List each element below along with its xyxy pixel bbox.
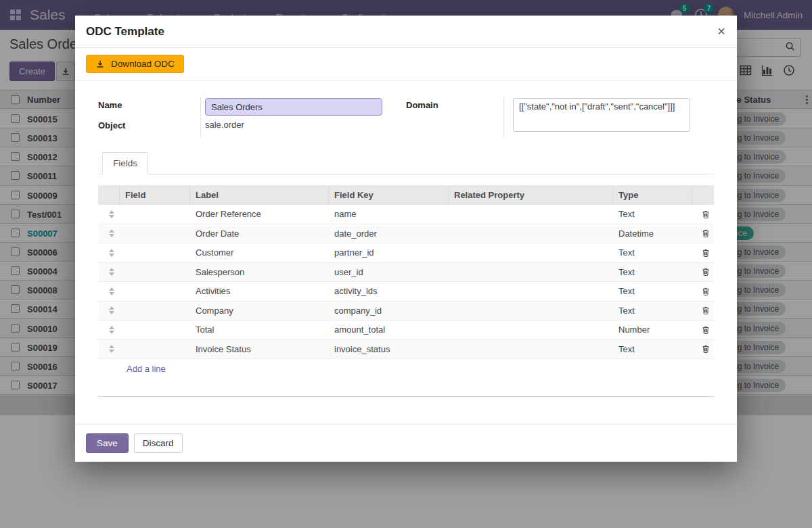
type-cell[interactable]: Text (613, 209, 692, 219)
label-cell[interactable]: Company (190, 306, 329, 316)
drag-handle-icon[interactable] (98, 210, 120, 218)
drag-handle-icon[interactable] (98, 249, 120, 257)
sheet-divider (98, 396, 714, 397)
dialog-footer: Save Discard (75, 424, 737, 462)
type-cell[interactable]: Number (613, 325, 692, 335)
label-cell[interactable]: Order Date (190, 229, 329, 239)
field-key-cell[interactable]: date_order (329, 229, 449, 239)
drag-handle-icon[interactable] (98, 287, 120, 295)
domain-label: Domain (406, 97, 503, 137)
field-row[interactable]: Order Date date_order Datetime (98, 224, 714, 244)
field-row[interactable]: Total amount_total Number (98, 320, 714, 340)
related-property-column-header[interactable]: Related Property (449, 185, 613, 205)
add-a-line-link[interactable]: Add a line (120, 364, 329, 374)
delete-row-icon[interactable] (692, 325, 714, 335)
notebook-tabs: Fields (98, 152, 714, 174)
field-key-cell[interactable]: amount_total (329, 325, 449, 335)
field-key-column-header[interactable]: Field Key (329, 185, 449, 205)
field-row[interactable]: Salesperson user_id Text (98, 263, 714, 283)
drag-handle-icon[interactable] (98, 345, 120, 353)
field-key-cell[interactable]: partner_id (329, 247, 449, 258)
delete-row-icon[interactable] (692, 306, 714, 315)
tab-fields[interactable]: Fields (102, 152, 148, 174)
label-cell[interactable]: Customer (190, 247, 329, 258)
drag-handle-icon[interactable] (98, 229, 120, 237)
discard-button[interactable]: Discard (134, 433, 183, 453)
odc-template-dialog: ODC Template × Download ODC Name Object … (75, 16, 737, 462)
dialog-body: Name Object sale.order Domain Fields Fie… (75, 80, 737, 424)
type-cell[interactable]: Text (613, 306, 692, 316)
drag-handle-icon[interactable] (98, 326, 120, 334)
fields-table-header: Field Label Field Key Related Property T… (98, 185, 714, 205)
dialog-title: ODC Template (86, 25, 164, 38)
type-cell[interactable]: Text (613, 247, 692, 258)
name-field[interactable] (205, 98, 382, 116)
delete-row-icon[interactable] (692, 210, 714, 219)
label-cell[interactable]: Salesperson (190, 267, 329, 277)
field-key-cell[interactable]: activity_ids (329, 286, 449, 296)
label-cell[interactable]: Total (190, 325, 329, 335)
field-row[interactable]: Activities activity_ids Text (98, 282, 714, 302)
handle-column-header (98, 185, 120, 205)
field-key-cell[interactable]: invoice_status (329, 344, 449, 354)
delete-row-icon[interactable] (692, 287, 714, 296)
label-cell[interactable]: Invoice Status (190, 344, 329, 354)
type-cell[interactable]: Text (613, 267, 692, 277)
field-row[interactable]: Customer partner_id Text (98, 243, 714, 263)
domain-field[interactable] (513, 98, 690, 132)
add-line-row: Add a line (98, 359, 714, 378)
type-cell[interactable]: Text (613, 344, 692, 354)
fields-table-body: Order Reference name Text Order Date dat… (98, 205, 714, 359)
download-odc-button[interactable]: Download ODC (86, 55, 184, 73)
type-column-header[interactable]: Type (613, 185, 692, 205)
field-key-cell[interactable]: company_id (329, 306, 449, 316)
delete-row-icon[interactable] (692, 344, 714, 354)
label-column-header[interactable]: Label (190, 185, 329, 205)
delete-row-icon[interactable] (692, 229, 714, 238)
label-cell[interactable]: Activities (190, 286, 329, 296)
drag-handle-icon[interactable] (98, 306, 120, 314)
name-label: Name (98, 97, 200, 117)
delete-row-icon[interactable] (692, 248, 714, 258)
field-key-cell[interactable]: user_id (329, 267, 449, 277)
type-cell[interactable]: Text (613, 286, 692, 296)
field-row[interactable]: Order Reference name Text (98, 205, 714, 224)
dialog-toolbar: Download ODC (75, 48, 737, 80)
fields-table: Field Label Field Key Related Property T… (98, 185, 714, 378)
field-key-cell[interactable]: name (329, 209, 449, 219)
delete-column-header (692, 185, 714, 205)
download-icon (95, 59, 105, 69)
dialog-header: ODC Template × (75, 16, 737, 48)
close-icon[interactable]: × (717, 22, 725, 41)
drag-handle-icon[interactable] (98, 268, 120, 276)
object-label: Object (98, 117, 200, 137)
type-cell[interactable]: Datetime (613, 229, 692, 239)
field-row[interactable]: Invoice Status invoice_status Text (98, 340, 714, 360)
label-cell[interactable]: Order Reference (190, 209, 329, 219)
object-value: sale.order (200, 117, 406, 137)
delete-row-icon[interactable] (692, 267, 714, 277)
field-column-header[interactable]: Field (120, 185, 190, 205)
save-button[interactable]: Save (86, 433, 129, 453)
field-row[interactable]: Company company_id Text (98, 302, 714, 321)
